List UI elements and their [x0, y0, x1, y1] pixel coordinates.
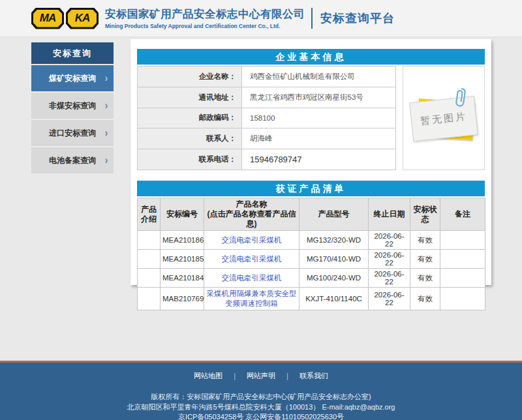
company-info-table: 企业名称： 鸡西金恒矿山机械制造有限公司 通讯地址： 黑龙江省鸡西市鸡冠区南星街… [137, 66, 396, 170]
product-name-link[interactable]: 交流电牵引采煤机 [222, 255, 282, 263]
status-cell: 有效 [410, 231, 440, 250]
cert-no-cell: MAB210769 [161, 288, 204, 310]
footer-copyright-line: 版权所有：安标国家矿用产品安全标志中心(矿用产品安全标志办公室) [0, 392, 522, 402]
footer-link-separator: ｜ [284, 372, 291, 380]
note-cell [440, 250, 485, 269]
site-header: MA KA 安标国家矿用产品安全标志中心有限公司 Mining Products… [0, 0, 522, 37]
chevron-right-icon: › [105, 99, 108, 112]
expire-cell: 2026-06-22 [369, 250, 410, 269]
cert-no-cell: MEA210185 [161, 250, 204, 269]
chevron-right-icon: › [105, 72, 108, 84]
table-row: 通讯地址： 黑龙江省鸡西市鸡冠区南星街53号 [138, 87, 396, 108]
status-cell: 有效 [410, 269, 440, 288]
table-row: 企业名称： 鸡西金恒矿山机械制造有限公司 [138, 67, 396, 87]
model-cell: MG100/240-WD [299, 269, 369, 288]
header-divider [311, 8, 313, 29]
cert-no-cell: MEA210184 [161, 269, 204, 288]
company-contact-value: 胡海峰 [242, 128, 396, 149]
sidebar-item-coal-mine-query[interactable]: 煤矿安标查询 › [31, 65, 114, 91]
company-phone-label: 联系电话： [138, 149, 242, 170]
table-row: 邮政编码： 158100 [138, 108, 396, 128]
company-postcode-value: 158100 [242, 108, 396, 128]
table-row: MEA210185 交流电牵引采煤机 MG170/410-WD 2026-06-… [138, 250, 485, 269]
chevron-right-icon: › [105, 127, 108, 139]
col-product-name: 产品名称 (点击产品名称查看产品信息) [204, 198, 299, 231]
table-row: MEA210184 交流电牵引采煤机 MG100/240-WD 2026-06-… [138, 269, 485, 288]
product-intro-cell [138, 288, 161, 310]
table-row: MEA210186 交流电牵引采煤机 MG132/320-WD 2026-06-… [138, 231, 485, 250]
expire-cell: 2026-06-22 [369, 269, 410, 288]
company-info-section-title: 企业基本信息 [137, 49, 485, 65]
product-intro-cell [138, 231, 161, 250]
expire-cell: 2026-06-22 [369, 231, 410, 250]
footer-address-line: 北京朝阳区和平里青年沟路5号煤科总院安科大厦（100013） E-mail:aq… [0, 402, 522, 413]
note-cell [440, 288, 485, 310]
col-product-intro: 产品介绍 [138, 198, 161, 231]
product-name-link[interactable]: 交流电牵引采煤机 [222, 274, 282, 282]
company-name-value: 鸡西金恒矿山机械制造有限公司 [242, 67, 396, 87]
company-photo-placeholder: 暂无图片 [403, 66, 485, 170]
sidebar-item-label: 煤矿安标查询 [49, 73, 96, 84]
footer-icp-line: 京ICP备05034258号 京公网安备11010502025630号 [0, 412, 522, 420]
footer-link-sitemap[interactable]: 网站地图 [194, 372, 223, 380]
table-row: 联系电话： 15946789747 [138, 149, 396, 170]
col-model: 产品型号 [299, 198, 369, 231]
footer-link-separator: ｜ [231, 372, 238, 380]
footer-links: 网站地图 ｜ 网站声明 ｜ 联系我们 [0, 371, 522, 381]
platform-title: 安标查询平台 [320, 10, 395, 26]
sidebar-item-label: 电池备案查询 [49, 155, 96, 166]
model-cell: KXJT-410/1140C [299, 288, 369, 310]
sidebar-item-label: 非煤安标查询 [49, 100, 96, 112]
company-contact-label: 联系人： [138, 128, 242, 149]
products-table: 产品介绍 安标编号 产品名称 (点击产品名称查看产品信息) 产品型号 终止日期 … [137, 198, 485, 310]
model-cell: MG170/410-WD [299, 250, 369, 269]
footer-link-contact[interactable]: 联系我们 [299, 372, 328, 380]
products-section-title: 获证产品清单 [137, 181, 485, 196]
sidebar: 安标查询 煤矿安标查询 › 非煤安标查询 › 进口安标查询 › 电池备案查询 › [31, 42, 114, 173]
company-postcode-label: 邮政编码： [138, 108, 242, 128]
no-image-text: 暂无图片 [420, 110, 468, 127]
ma-badge-icon: MA [31, 8, 64, 29]
sidebar-item-import-query[interactable]: 进口安标查询 › [31, 120, 114, 146]
col-expire-date: 终止日期 [369, 198, 410, 231]
table-row: MAB210769 采煤机用隔爆兼本质安全型变频调速控制箱 KXJT-410/1… [138, 288, 485, 310]
company-phone-value: 15946789747 [242, 149, 396, 170]
product-intro-cell [138, 269, 161, 288]
company-address-value: 黑龙江省鸡西市鸡冠区南星街53号 [242, 87, 396, 108]
chevron-right-icon: › [105, 154, 108, 166]
org-name-en: Mining Products Safety Approval and Cert… [105, 23, 305, 29]
sidebar-item-label: 进口安标查询 [49, 128, 96, 139]
company-address-label: 通讯地址： [138, 87, 242, 108]
company-name-label: 企业名称： [138, 67, 242, 87]
product-intro-cell [138, 250, 161, 269]
model-cell: MG132/320-WD [299, 231, 369, 250]
org-name-cn: 安标国家矿用产品安全标志中心有限公司 [105, 7, 305, 22]
table-header-row: 产品介绍 安标编号 产品名称 (点击产品名称查看产品信息) 产品型号 终止日期 … [138, 198, 485, 231]
sidebar-title: 安标查询 [31, 42, 114, 64]
note-cell [440, 231, 485, 250]
sidebar-item-battery-record-query[interactable]: 电池备案查询 › [31, 147, 114, 173]
col-cert-no: 安标编号 [161, 198, 204, 231]
col-status: 安标状态 [410, 198, 440, 231]
photo-card-front: 暂无图片 [410, 96, 479, 142]
ka-badge-icon: KA [66, 8, 99, 29]
col-note: 备注 [440, 198, 485, 231]
maka-logo: MA KA [31, 8, 99, 29]
table-row: 联系人： 胡海峰 [138, 128, 396, 149]
footer-link-statement[interactable]: 网站声明 [247, 372, 275, 380]
sidebar-item-non-coal-query[interactable]: 非煤安标查询 › [31, 93, 114, 119]
status-cell: 有效 [410, 250, 440, 269]
org-name-block: 安标国家矿用产品安全标志中心有限公司 Mining Products Safet… [105, 7, 305, 29]
expire-cell: 2026-06-22 [369, 288, 410, 310]
content-panel: 企业基本信息 企业名称： 鸡西金恒矿山机械制造有限公司 通讯地址： 黑龙江省鸡西… [130, 39, 491, 285]
status-cell: 有效 [410, 288, 440, 310]
product-name-link[interactable]: 交流电牵引采煤机 [222, 236, 282, 244]
site-footer: 网站地图 ｜ 网站声明 ｜ 联系我们 版权所有：安标国家矿用产品安全标志中心(矿… [0, 361, 522, 420]
product-name-link[interactable]: 采煤机用隔爆兼本质安全型变频调速控制箱 [207, 290, 297, 307]
note-cell [440, 269, 485, 288]
footer-copyright-block: 版权所有：安标国家矿用产品安全标志中心(矿用产品安全标志办公室) 北京朝阳区和平… [0, 392, 522, 420]
cert-no-cell: MEA210186 [161, 231, 204, 250]
